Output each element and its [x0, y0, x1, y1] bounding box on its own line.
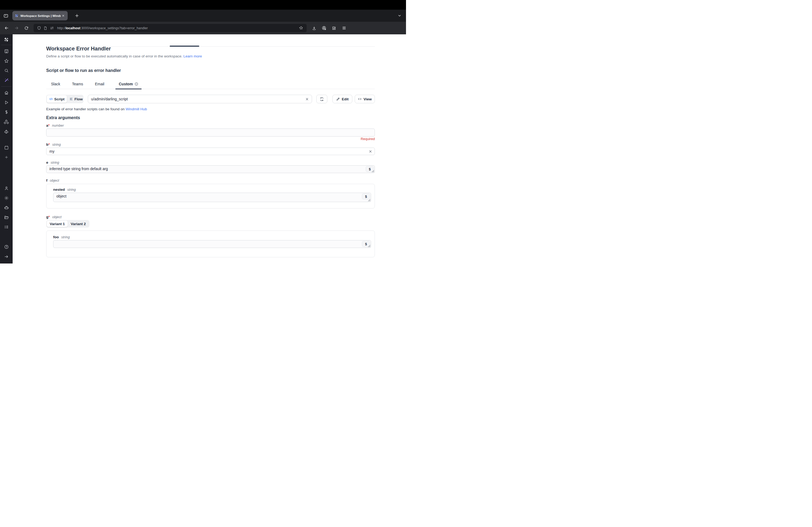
forward-icon[interactable]: [12, 24, 20, 32]
downloads-icon[interactable]: [310, 25, 318, 32]
field-g-nested-input[interactable]: [53, 240, 371, 248]
browser-tab-strip: Workspace Settings | Windmill: [0, 10, 406, 22]
url-text: http://localhost:3000/workspace_settings…: [57, 26, 298, 30]
toggle-script[interactable]: Script: [47, 95, 67, 103]
tab-custom[interactable]: Custom: [115, 81, 141, 89]
variant-1-tab[interactable]: Variant 1: [47, 221, 68, 227]
learn-more-link[interactable]: Learn more: [184, 54, 202, 58]
code-icon: [49, 97, 53, 101]
script-picker-row: Script Flow Edit: [46, 95, 375, 103]
settings-tabbar-border: [46, 46, 375, 47]
sidebar-item-variables[interactable]: [0, 107, 13, 117]
account-icon[interactable]: [320, 25, 328, 32]
field-a-input[interactable]: [46, 129, 375, 137]
field-b-label: b* string: [46, 142, 375, 147]
toggle-flow[interactable]: Flow: [67, 95, 85, 103]
url-host: localhost: [66, 26, 80, 30]
app-sidebar: [0, 34, 13, 264]
resize-grip-icon[interactable]: [368, 199, 371, 201]
tab-teams[interactable]: Teams: [71, 81, 84, 89]
script-path-input[interactable]: [88, 95, 312, 103]
section-title: Script or flow to run as error handler: [46, 67, 375, 74]
tab-email[interactable]: Email: [94, 81, 105, 89]
field-g-nested-label: foo string: [53, 235, 371, 239]
extra-arguments-title: Extra arguments: [46, 115, 375, 121]
view-button[interactable]: View: [355, 95, 375, 103]
field-b-input[interactable]: [46, 148, 375, 155]
back-icon[interactable]: [2, 24, 11, 32]
resize-grip-icon[interactable]: [372, 170, 374, 172]
window-top-strip: [0, 0, 406, 10]
tab-list-chevron-down-icon[interactable]: [395, 11, 404, 20]
page-info-icon[interactable]: [42, 25, 48, 31]
shield-icon[interactable]: [36, 25, 42, 31]
field-g-object-box: foo string $: [46, 230, 375, 257]
bookmark-star-icon[interactable]: [298, 25, 305, 32]
sidebar-item-user[interactable]: [0, 183, 13, 193]
field-e-input[interactable]: inferred type string from default arg: [46, 165, 375, 173]
code-brackets-icon: [358, 97, 362, 101]
sidebar-divider: [1, 86, 12, 87]
field-f-label: f object: [46, 178, 375, 183]
sidebar-item-schedules[interactable]: [0, 143, 13, 152]
field-e: e string inferred type string from defau…: [46, 161, 375, 173]
field-f-nested-label: nested string: [53, 187, 371, 192]
field-b: b* string: [46, 142, 375, 155]
browser-tab[interactable]: Workspace Settings | Windmill: [12, 11, 68, 20]
info-icon[interactable]: [134, 82, 138, 86]
sidebar-item-home[interactable]: [0, 88, 13, 98]
browser-tab-title: Workspace Settings | Windmill: [20, 14, 61, 17]
field-f-object-box: nested string object $: [46, 184, 375, 209]
sidebar-item-favorites[interactable]: [0, 56, 13, 66]
sidebar-item-resources[interactable]: [0, 117, 13, 127]
new-tab-icon[interactable]: [73, 12, 81, 20]
resize-grip-icon[interactable]: [368, 245, 371, 247]
tab-slack[interactable]: Slack: [50, 81, 61, 89]
sidebar-item-schema[interactable]: [0, 127, 13, 136]
sidebar-item-add[interactable]: [0, 152, 13, 162]
tab-close-icon[interactable]: [61, 13, 66, 18]
sidebar-item-help[interactable]: [0, 242, 13, 252]
url-bar[interactable]: http://localhost:3000/workspace_settings…: [33, 24, 307, 32]
sidebar-item-runs[interactable]: [0, 98, 13, 107]
pencil-icon: [336, 97, 340, 101]
sidebar-item-folders[interactable]: [0, 212, 13, 222]
field-a-error: Required: [46, 137, 375, 141]
windmill-logo-icon[interactable]: [0, 35, 13, 44]
sidebar-divider: [1, 45, 12, 45]
edit-button[interactable]: Edit: [332, 95, 352, 103]
sidebar-item-apps[interactable]: [0, 46, 13, 56]
field-a: a* number Required: [46, 123, 375, 141]
flow-list-icon: [69, 97, 73, 101]
field-f-nested-input[interactable]: object: [53, 193, 371, 202]
windmill-hub-link[interactable]: Windmill Hub: [126, 107, 147, 111]
field-f: f object nested string object $: [46, 178, 375, 209]
sidebar-item-settings-gear-icon[interactable]: [0, 193, 13, 203]
permissions-icon[interactable]: [48, 25, 55, 31]
sidebar-item-ai-wand[interactable]: [0, 75, 13, 85]
field-b-clear-icon[interactable]: [367, 149, 373, 154]
sidebar-expand-arrow-icon[interactable]: [0, 252, 13, 261]
channel-tabs: Slack Teams Email Custom: [46, 81, 375, 89]
field-g: g* object Variant 1 Variant 2 foo string…: [46, 215, 375, 257]
extensions-puzzle-icon[interactable]: [330, 25, 338, 32]
variant-2-tab[interactable]: Variant 2: [68, 221, 89, 227]
variant-toggle: Variant 1 Variant 2: [46, 220, 89, 228]
field-f-template-button[interactable]: $: [362, 194, 370, 199]
example-hint: Example of error handler scripts can be …: [46, 107, 375, 112]
script-flow-toggle: Script Flow: [46, 95, 84, 103]
browser-sidebar-toggle-icon[interactable]: [2, 12, 10, 20]
sidebar-item-search[interactable]: [0, 66, 13, 75]
sidebar-item-audit-logs[interactable]: [0, 222, 13, 232]
refresh-icon: [320, 97, 324, 101]
refresh-button[interactable]: [316, 95, 327, 103]
menu-hamburger-icon[interactable]: [340, 25, 348, 32]
clear-path-icon[interactable]: [304, 96, 309, 102]
sidebar-item-workers[interactable]: [0, 203, 13, 212]
field-e-label: e string: [46, 161, 375, 165]
windmill-favicon-icon: [14, 14, 18, 18]
page-description: Define a script or flow to be executed a…: [46, 54, 375, 59]
reload-icon[interactable]: [22, 24, 30, 32]
field-a-label: a* number: [46, 123, 375, 128]
field-g-label: g* object: [46, 215, 375, 219]
